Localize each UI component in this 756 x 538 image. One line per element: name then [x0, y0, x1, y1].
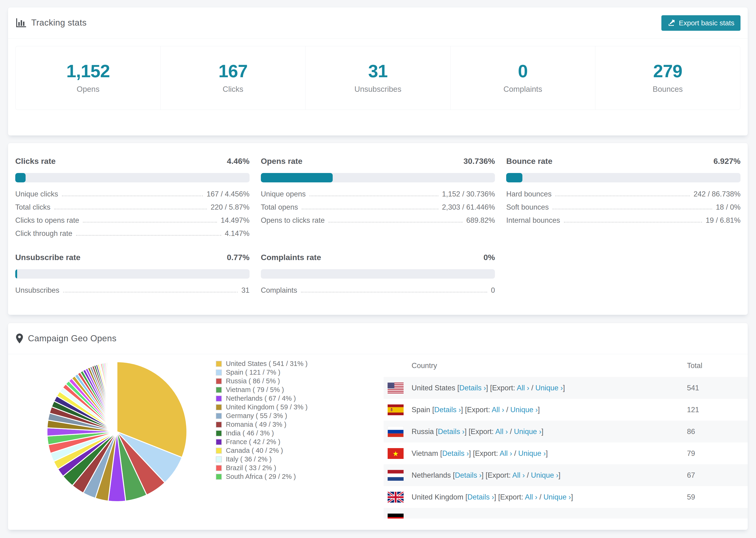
stat-value: 0 [518, 62, 527, 80]
rate-title: Bounce rate [506, 157, 553, 166]
rate-row-value: 31 [242, 286, 249, 295]
rate-row: Total clicks220 / 5.87% [15, 198, 249, 211]
tracking-stats-title: Tracking stats [16, 18, 87, 28]
rate-row: Unique opens1,152 / 30.736% [261, 185, 495, 198]
rate-row-label: Internal bounces [506, 216, 560, 225]
geo-table-row-united-kingdom: United Kingdom [Details ›] [Export: All … [384, 486, 748, 508]
rate-row-value: 689.82% [466, 216, 495, 225]
dotted-leader [555, 195, 690, 196]
dotted-leader [54, 209, 207, 209]
legend-label: Romania ( 49 / 3% ) [226, 421, 287, 428]
rate-progress-fill [15, 173, 26, 183]
rate-row-label: Soft bounces [506, 203, 549, 211]
legend-item-spain[interactable]: Spain ( 121 / 7% ) [216, 368, 307, 377]
rate-row-label: Complaints [261, 286, 297, 295]
export-unique-link[interactable]: Unique › [544, 493, 571, 501]
legend-item-france[interactable]: France ( 42 / 2% ) [216, 438, 307, 446]
geo-table: Country Total United States [Details ›] … [384, 354, 748, 518]
legend-swatch [216, 361, 222, 367]
legend-item-united-states[interactable]: United States ( 541 / 31% ) [216, 359, 307, 368]
rate-row-value: 19 / 6.81% [706, 216, 740, 225]
geo-table-row-netherlands: Netherlands [Details ›] [Export: All › /… [384, 464, 748, 486]
rate-row: Click through rate4.147% [15, 225, 249, 238]
details-link[interactable]: Details › [434, 405, 461, 414]
details-link[interactable]: Details › [438, 427, 465, 436]
legend-item-india[interactable]: India ( 46 / 3% ) [216, 429, 307, 438]
stat-value: 31 [368, 62, 388, 80]
geo-title: Campaign Geo Opens [28, 334, 117, 344]
rate-progress-fill [506, 173, 522, 183]
dotted-leader [63, 292, 238, 293]
export-unique-link[interactable]: Unique › [510, 405, 538, 414]
geo-row-text: Russia [Details ›] [Export: All › / Uniq… [411, 427, 544, 436]
legend-item-russia[interactable]: Russia ( 86 / 5% ) [216, 377, 307, 385]
flag-de-icon [388, 513, 404, 519]
rate-value: 0% [483, 253, 495, 262]
legend-swatch [216, 387, 222, 393]
legend-item-canada[interactable]: Canada ( 40 / 2% ) [216, 446, 307, 455]
legend-swatch [216, 422, 222, 428]
legend-item-united-kingdom[interactable]: United Kingdom ( 59 / 3% ) [216, 403, 307, 411]
details-link[interactable]: Details › [459, 384, 486, 392]
export-all-link[interactable]: All › [512, 471, 525, 479]
stat-cell-clicks: 167Clicks [161, 46, 305, 110]
legend-swatch [216, 448, 222, 454]
export-all-link[interactable]: All › [492, 405, 504, 414]
rates-card: Clicks rate4.46%Unique clicks167 / 4.456… [8, 143, 748, 315]
geo-row-total: 121 [687, 405, 699, 414]
rate-title: Unsubscribe rate [15, 253, 81, 262]
legend-item-germany[interactable]: Germany ( 55 / 3% ) [216, 411, 307, 420]
export-all-link[interactable]: All › [517, 384, 529, 392]
rate-block-complaints-rate: Complaints rate0%Complaints0 [261, 253, 495, 295]
geo-row-text: Spain [Details ›] [Export: All › / Uniqu… [411, 405, 540, 414]
rate-title: Clicks rate [15, 157, 56, 166]
rate-row-value: 18 / 0% [716, 203, 740, 211]
dotted-leader [62, 195, 203, 196]
geo-header: Campaign Geo Opens [8, 323, 748, 354]
geo-row-text: United States [Details ›] [Export: All ›… [411, 384, 565, 392]
summary-stats-strip: 1,152Opens167Clicks31Unsubscribes0Compla… [16, 46, 740, 110]
rate-value: 4.46% [227, 157, 249, 166]
details-link[interactable]: Details › [455, 471, 482, 479]
geo-title-wrap: Campaign Geo Opens [16, 333, 117, 344]
legend-item-italy[interactable]: Italy ( 36 / 2% ) [216, 455, 307, 463]
export-basic-stats-button[interactable]: Export basic stats [661, 15, 740, 31]
rate-row-label: Opens to clicks rate [261, 216, 325, 225]
legend-item-vietnam[interactable]: Vietnam ( 79 / 5% ) [216, 385, 307, 394]
export-unique-link[interactable]: Unique › [531, 471, 558, 479]
rate-row-value: 14.497% [221, 216, 249, 225]
legend-item-romania[interactable]: Romania ( 49 / 3% ) [216, 420, 307, 429]
legend-label: India ( 46 / 3% ) [226, 429, 274, 437]
pie-slice-other-46[interactable] [117, 362, 117, 432]
legend-item-brazil[interactable]: Brazil ( 33 / 2% ) [216, 463, 307, 472]
geo-pie-chart [42, 356, 192, 507]
geo-row-total: 79 [687, 449, 695, 458]
legend-swatch [216, 404, 222, 410]
rate-progress-track [506, 173, 740, 183]
legend-item-netherlands[interactable]: Netherlands ( 67 / 4% ) [216, 394, 307, 403]
rate-row: Soft bounces18 / 0% [506, 198, 740, 211]
rate-row: Unsubscribes31 [15, 282, 249, 295]
rate-row: Clicks to opens rate14.497% [15, 211, 249, 225]
rate-row-label: Click through rate [15, 229, 72, 238]
export-all-link[interactable]: All › [525, 493, 537, 501]
geo-row-total: 59 [687, 493, 695, 501]
flag-us-icon [388, 383, 404, 394]
tracking-stats-page: Tracking stats Export basic stats 1,152O… [0, 0, 756, 538]
details-link[interactable]: Details › [467, 493, 494, 501]
geo-row-text: Netherlands [Details ›] [Export: All › /… [411, 471, 561, 480]
rate-row-label: Clicks to opens rate [15, 216, 79, 225]
rate-progress-track [261, 173, 495, 183]
legend-label: South Africa ( 29 / 2% ) [226, 473, 296, 480]
export-unique-link[interactable]: Unique › [514, 427, 541, 436]
export-unique-link[interactable]: Unique › [535, 384, 563, 392]
legend-item-south-africa[interactable]: South Africa ( 29 / 2% ) [216, 472, 307, 481]
stat-label: Opens [77, 85, 99, 94]
export-unique-link[interactable]: Unique › [518, 449, 546, 457]
stat-label: Bounces [653, 85, 683, 94]
details-link[interactable]: Details › [442, 449, 469, 457]
export-all-link[interactable]: All › [500, 449, 512, 457]
rate-row-value: 220 / 5.87% [211, 203, 249, 211]
geo-legend: United States ( 541 / 31% )Spain ( 121 /… [216, 359, 307, 481]
export-all-link[interactable]: All › [495, 427, 508, 436]
